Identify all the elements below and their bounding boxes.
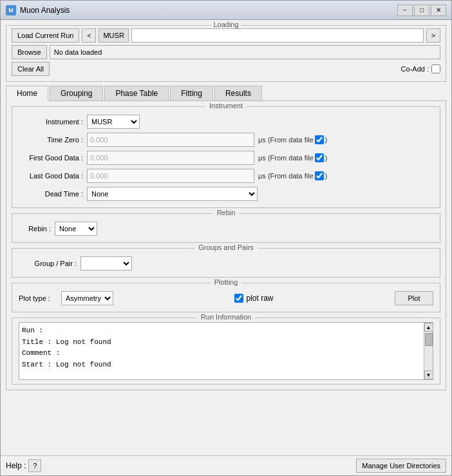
load-status: No data loaded bbox=[50, 45, 440, 59]
rebin-label: Rebin : bbox=[19, 225, 51, 233]
rebin-section-label: Rebin bbox=[213, 209, 240, 216]
run-info-line-1: Run : bbox=[22, 325, 421, 337]
window-title: Muon Analysis bbox=[20, 6, 397, 15]
app-icon: M bbox=[6, 5, 16, 15]
help-button[interactable]: ? bbox=[28, 459, 41, 472]
next-run-button[interactable]: > bbox=[426, 28, 440, 43]
instrument-section-label: Instrument bbox=[205, 102, 247, 109]
last-good-checkbox[interactable] bbox=[315, 171, 324, 180]
close-button[interactable]: ✕ bbox=[431, 5, 446, 16]
tab-phase-table[interactable]: Phase Table bbox=[104, 86, 169, 100]
dead-time-label: Dead Time : bbox=[19, 190, 83, 198]
tab-fitting[interactable]: Fitting bbox=[170, 86, 213, 100]
window-controls: − □ ✕ bbox=[397, 5, 446, 16]
first-good-input[interactable] bbox=[87, 151, 254, 165]
scroll-thumb[interactable] bbox=[425, 333, 433, 346]
instrument-field-label: Instrument : bbox=[19, 118, 83, 126]
instrument-select[interactable]: MUSR EMU HIFI ARGUS CHRONUS bbox=[87, 115, 140, 129]
plotting-section-label: Plotting bbox=[211, 278, 242, 286]
time-zero-label: Time Zero : bbox=[19, 136, 83, 144]
help-text-label: Help : bbox=[6, 461, 26, 470]
instrument-label-display: MUSR bbox=[99, 28, 128, 43]
main-content: Loading Load Current Run < MUSR > Browse… bbox=[1, 20, 451, 455]
group-pair-label: Group / Pair : bbox=[19, 260, 77, 267]
tabs-container: Home Grouping Phase Table Fitting Result… bbox=[6, 86, 446, 390]
run-info-text: Run : Title : Log not found Comment : St… bbox=[19, 323, 424, 379]
prev-run-button[interactable]: < bbox=[82, 28, 96, 43]
group-pair-select[interactable] bbox=[80, 256, 132, 271]
plot-raw-checkbox[interactable] bbox=[234, 294, 243, 303]
tab-grouping[interactable]: Grouping bbox=[50, 86, 103, 100]
loading-label: Loading bbox=[211, 21, 241, 28]
first-good-label: First Good Data : bbox=[19, 154, 83, 162]
last-good-unit: μs (From data file ) bbox=[258, 171, 327, 180]
browse-button[interactable]: Browse bbox=[12, 45, 47, 59]
title-bar: M Muon Analysis − □ ✕ bbox=[1, 1, 451, 20]
run-info-line-4: Start : Log not found bbox=[22, 359, 421, 371]
first-good-unit: μs (From data file ) bbox=[258, 153, 327, 162]
last-good-input[interactable] bbox=[87, 169, 254, 183]
groups-pairs-section: Groups and Pairs Group / Pair : bbox=[12, 248, 440, 278]
time-zero-input[interactable] bbox=[87, 133, 254, 147]
help-section: Help : ? bbox=[6, 459, 41, 472]
scroll-down-button[interactable]: ▼ bbox=[424, 370, 433, 379]
run-info-line-2: Title : Log not found bbox=[22, 337, 421, 348]
run-info-wrapper: Run : Title : Log not found Comment : St… bbox=[19, 322, 433, 380]
tab-bar: Home Grouping Phase Table Fitting Result… bbox=[6, 86, 446, 100]
tab-results[interactable]: Results bbox=[214, 86, 262, 100]
load-current-run-button[interactable]: Load Current Run bbox=[12, 28, 79, 43]
first-good-checkbox[interactable] bbox=[315, 153, 324, 162]
tab-content-home: Instrument Instrument : MUSR EMU HIFI AR… bbox=[6, 100, 446, 390]
co-add-checkbox[interactable] bbox=[431, 64, 440, 73]
tab-home[interactable]: Home bbox=[6, 86, 48, 101]
plot-type-label: Plot type : bbox=[19, 294, 57, 302]
main-window: M Muon Analysis − □ ✕ Loading Load Curre… bbox=[0, 0, 452, 476]
groups-pairs-label: Groups and Pairs bbox=[194, 243, 258, 251]
run-info-label: Run Information bbox=[197, 313, 255, 321]
dead-time-select[interactable]: None From file Custom bbox=[87, 187, 258, 201]
last-good-label: Last Good Data : bbox=[19, 172, 83, 180]
plot-type-select[interactable]: Asymmetry Counts Logarithm bbox=[61, 291, 113, 305]
maximize-button[interactable]: □ bbox=[414, 5, 429, 16]
co-add-label: Co-Add : bbox=[401, 65, 429, 73]
time-zero-unit: μs (From data file ) bbox=[258, 135, 327, 144]
rebin-select[interactable]: None Fixed Variable bbox=[55, 222, 97, 236]
plot-raw-label: plot raw bbox=[246, 294, 273, 303]
loading-section: Loading Load Current Run < MUSR > Browse… bbox=[6, 25, 446, 82]
run-info-section: Run Information Run : Title : Log not fo… bbox=[12, 318, 440, 385]
plotting-section: Plotting Plot type : Asymmetry Counts Lo… bbox=[12, 283, 440, 312]
time-zero-checkbox[interactable] bbox=[315, 135, 324, 144]
rebin-section: Rebin Rebin : None Fixed Variable bbox=[12, 213, 440, 243]
scroll-up-button[interactable]: ▲ bbox=[424, 323, 433, 332]
minimize-button[interactable]: − bbox=[397, 5, 413, 16]
run-number-input[interactable] bbox=[131, 28, 424, 43]
bottom-bar: Help : ? Manage User Directories bbox=[1, 455, 451, 475]
manage-user-directories-button[interactable]: Manage User Directories bbox=[356, 459, 446, 473]
plot-button[interactable]: Plot bbox=[395, 291, 433, 305]
instrument-section: Instrument Instrument : MUSR EMU HIFI AR… bbox=[12, 106, 440, 208]
run-info-line-3: Comment : bbox=[22, 348, 421, 359]
clear-all-button[interactable]: Clear All bbox=[12, 62, 50, 76]
run-info-scrollbar[interactable]: ▲ ▼ bbox=[424, 323, 433, 379]
